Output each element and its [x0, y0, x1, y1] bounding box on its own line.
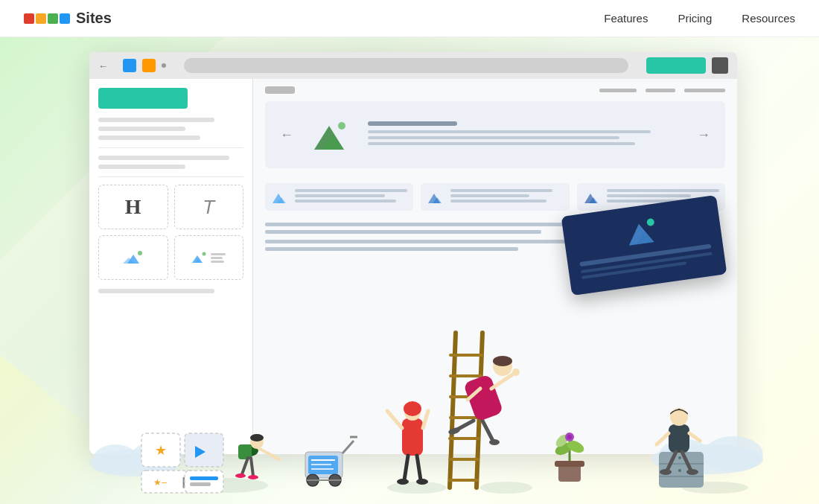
prev-arrow-icon[interactable]: ←: [280, 127, 293, 143]
settings-gear-icon[interactable]: [712, 57, 728, 74]
svg-rect-38: [190, 482, 211, 486]
tab-dot: [162, 63, 166, 68]
svg-point-97: [678, 456, 681, 459]
image-tile[interactable]: [98, 235, 168, 280]
card-2-lines: [450, 189, 563, 205]
logo-red: [24, 13, 34, 24]
logo-green: [48, 13, 58, 24]
nav-pricing[interactable]: Pricing: [678, 12, 712, 25]
bottom-line-3: [265, 240, 587, 243]
svg-rect-87: [555, 461, 584, 467]
svg-line-64: [417, 456, 421, 480]
svg-point-3: [138, 251, 142, 255]
add-element-button[interactable]: [98, 88, 188, 109]
svg-rect-86: [558, 463, 581, 482]
svg-point-47: [248, 475, 258, 479]
card-line: [295, 200, 396, 202]
sidebar-line-3: [98, 135, 200, 140]
page-hero-inner: ←: [280, 116, 710, 153]
browser-address-bar[interactable]: [184, 58, 628, 73]
hero-section: ←: [0, 37, 819, 504]
back-arrow-icon[interactable]: ←: [98, 60, 108, 71]
hero-text-content: [368, 121, 682, 148]
text-icon: T: [203, 196, 214, 219]
card-line: [450, 189, 552, 192]
hero-desc-line-2: [368, 136, 619, 139]
page-nav-links: [599, 89, 725, 92]
svg-point-52: [329, 474, 341, 486]
brand: Sites: [24, 10, 112, 27]
page-content-area: ←: [253, 79, 737, 454]
card-line: [607, 194, 691, 197]
svg-rect-94: [659, 452, 704, 488]
svg-rect-54: [308, 456, 338, 474]
svg-rect-48: [305, 452, 342, 478]
nav-links: Features Pricing Resources: [604, 12, 795, 25]
browser-toolbar: ←: [89, 52, 737, 79]
sidebar-divider-2: [98, 176, 243, 177]
hero-image-placeholder: [308, 116, 353, 153]
heading-icon: H: [125, 195, 141, 219]
card-line: [295, 194, 385, 197]
hero-desc-line-1: [368, 130, 651, 133]
svg-line-63: [404, 456, 408, 480]
svg-point-18: [646, 218, 654, 226]
nav-link-1: [599, 89, 637, 92]
svg-point-104: [686, 469, 698, 475]
element-picker: H T: [98, 185, 243, 280]
svg-point-98: [678, 469, 681, 472]
image-text-icon: [191, 251, 226, 264]
svg-line-102: [682, 452, 691, 470]
tab-orange[interactable]: [142, 59, 156, 72]
navbar: Sites Features Pricing Resources: [0, 0, 819, 37]
sidebar-line-5: [98, 165, 185, 169]
heading-tile[interactable]: H: [98, 185, 168, 229]
svg-point-20: [387, 482, 447, 494]
svg-point-6: [203, 252, 206, 256]
page-hero-block: ←: [265, 101, 725, 168]
browser-content: H T: [89, 79, 737, 454]
bottom-line-4: [265, 247, 518, 251]
sidebar-line-4: [98, 156, 229, 160]
publish-button[interactable]: [646, 57, 706, 74]
next-arrow-icon[interactable]: →: [697, 127, 710, 143]
tab-blue[interactable]: [123, 59, 136, 72]
svg-line-45: [251, 458, 253, 476]
editor-sidebar: H T: [89, 79, 253, 454]
card-2: [421, 183, 569, 211]
svg-rect-36: [185, 470, 223, 493]
svg-point-9: [338, 122, 345, 130]
image-mountain-icon: [121, 249, 145, 267]
svg-rect-37: [190, 476, 218, 480]
brand-name: Sites: [76, 10, 112, 27]
bottom-line-2: [265, 230, 541, 234]
nav-features[interactable]: Features: [604, 12, 648, 25]
nav-link-3: [684, 89, 725, 92]
browser-mockup: ←: [89, 52, 737, 454]
svg-line-44: [242, 458, 248, 474]
image-text-tile[interactable]: [174, 235, 244, 280]
nav-resources[interactable]: Resources: [742, 12, 795, 25]
page-nav-bar: [253, 79, 737, 101]
logo-blue: [60, 13, 70, 24]
card-1: [265, 183, 413, 211]
svg-point-19: [186, 478, 268, 493]
card-2-image: [427, 190, 444, 205]
card-line: [450, 200, 546, 202]
card-1-lines: [295, 189, 407, 205]
card-line: [607, 189, 719, 192]
hero-title-line: [368, 121, 457, 126]
svg-rect-95: [659, 463, 704, 465]
card-1-image: [271, 190, 289, 205]
svg-point-51: [307, 474, 319, 486]
svg-point-66: [416, 479, 428, 485]
text-tile[interactable]: T: [174, 185, 244, 229]
card-line: [450, 194, 529, 197]
sidebar-divider: [98, 147, 243, 148]
zoho-logo: [24, 13, 70, 24]
svg-point-21: [480, 482, 532, 494]
sidebar-line-2: [98, 127, 185, 131]
svg-rect-96: [659, 476, 704, 477]
svg-point-103: [660, 469, 672, 475]
svg-line-101: [667, 452, 676, 470]
